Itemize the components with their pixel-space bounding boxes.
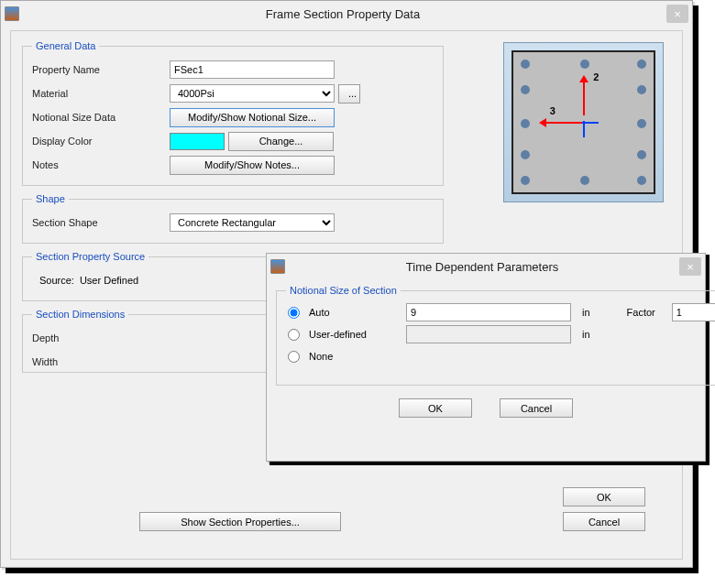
auto-label: Auto	[309, 307, 401, 318]
dimensions-legend: Section Dimensions	[32, 309, 128, 320]
none-radio[interactable]	[288, 351, 300, 363]
axis-3-arrow	[544, 122, 583, 124]
axis-2-arrow	[583, 81, 585, 115]
sub-close-button[interactable]: ×	[679, 257, 701, 276]
section-shape-label: Section Shape	[32, 217, 170, 228]
sub-titlebar: Time Dependent Parameters ×	[267, 254, 705, 279]
material-label: Material	[32, 88, 170, 99]
property-name-input[interactable]	[170, 60, 335, 79]
notional-size-button[interactable]: Modify/Show Notional Size...	[170, 108, 335, 127]
notional-size-label: Notional Size Data	[32, 112, 170, 123]
shape-group: Shape Section Shape Concrete Rectangular	[22, 193, 444, 244]
factor-input[interactable]	[672, 303, 715, 321]
section-shape-select[interactable]: Concrete Rectangular	[170, 213, 335, 232]
factor-label: Factor	[627, 307, 655, 318]
display-color-label: Display Color	[32, 136, 170, 147]
main-titlebar: Frame Section Property Data ×	[1, 1, 692, 27]
app-icon	[270, 259, 285, 274]
general-legend: General Data	[32, 40, 99, 51]
material-browse-button[interactable]: ...	[338, 84, 360, 103]
axis-2-label: 2	[593, 71, 599, 82]
change-color-button[interactable]: Change...	[228, 132, 334, 151]
material-select[interactable]: 4000Psi	[170, 84, 335, 103]
main-cancel-button[interactable]: Cancel	[563, 512, 645, 531]
notes-button[interactable]: Modify/Show Notes...	[170, 156, 335, 175]
source-label: Source:	[39, 275, 74, 286]
width-label: Width	[32, 356, 170, 367]
user-unit: in	[582, 329, 590, 340]
notional-size-group: Notional Size of Section Auto in Factor …	[276, 285, 715, 386]
main-title: Frame Section Property Data	[19, 7, 666, 21]
axis-3-label: 3	[550, 105, 556, 116]
main-close-button[interactable]: ×	[666, 5, 688, 23]
user-defined-label: User-defined	[309, 329, 401, 340]
shape-legend: Shape	[32, 193, 69, 204]
notes-label: Notes	[32, 159, 170, 170]
color-swatch[interactable]	[170, 133, 225, 150]
user-value-input[interactable]	[406, 325, 571, 343]
notional-size-legend: Notional Size of Section	[286, 285, 401, 296]
time-dependent-dialog: Time Dependent Parameters × Notional Siz…	[266, 253, 706, 462]
sub-cancel-button[interactable]: Cancel	[500, 398, 573, 418]
main-ok-button[interactable]: OK	[563, 487, 645, 506]
sub-ok-button[interactable]: OK	[399, 398, 472, 418]
source-value: User Defined	[80, 275, 138, 286]
user-defined-radio[interactable]	[288, 329, 300, 341]
auto-unit: in	[582, 307, 590, 318]
sub-title: Time Dependent Parameters	[285, 260, 679, 274]
auto-radio[interactable]	[288, 307, 300, 319]
depth-label: Depth	[32, 332, 170, 343]
auto-value-input[interactable]	[406, 303, 571, 321]
general-data-group: General Data Property Name Material 4000…	[22, 40, 444, 186]
show-section-properties-button[interactable]: Show Section Properties...	[139, 512, 341, 531]
none-label: None	[309, 351, 333, 362]
property-name-label: Property Name	[32, 64, 170, 75]
app-icon	[5, 6, 19, 21]
source-legend: Section Property Source	[32, 251, 148, 262]
section-preview: 2 3	[503, 42, 664, 202]
